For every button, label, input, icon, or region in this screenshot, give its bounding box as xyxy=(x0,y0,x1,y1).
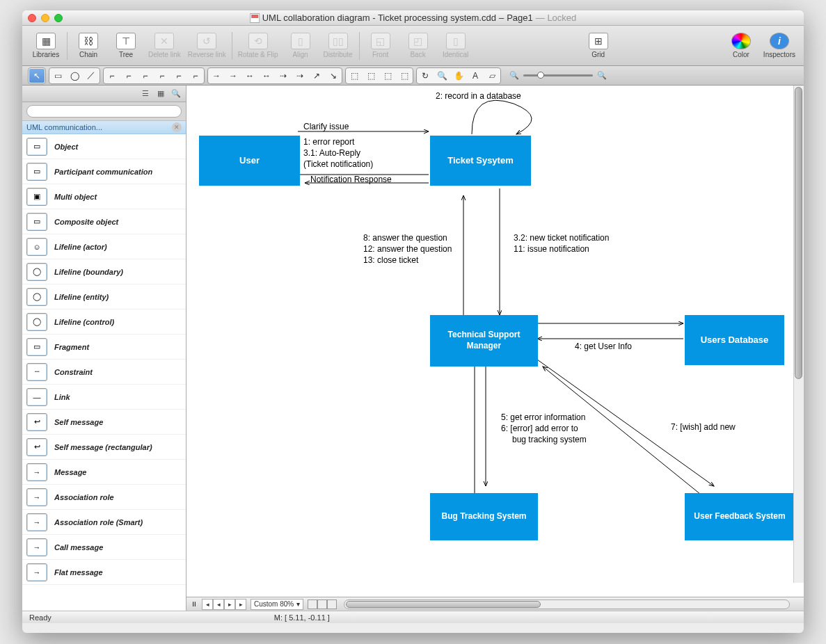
next-page-button[interactable]: ▸ xyxy=(224,599,235,610)
shape-item[interactable]: ┄Constraint xyxy=(22,360,186,385)
shape-item[interactable]: →Association role (Smart) xyxy=(22,510,186,535)
back-button[interactable]: ◰Back xyxy=(403,33,434,58)
rect-tool[interactable]: ▭ xyxy=(50,69,65,83)
hand-tool[interactable]: ✋ xyxy=(451,69,466,83)
search-input[interactable] xyxy=(26,105,182,118)
horizontal-scrollbar[interactable] xyxy=(344,599,790,609)
panel-toggle-icon[interactable]: ☰ xyxy=(138,88,152,100)
node-tsm[interactable]: Technical Support Manager xyxy=(430,315,538,367)
minimize-button[interactable] xyxy=(41,14,49,22)
shape-label: Flat message xyxy=(54,568,103,577)
arrow-6[interactable]: ⇢ xyxy=(292,69,308,83)
connector-1[interactable]: ⌐ xyxy=(104,69,120,83)
shape-item[interactable]: ◯Lifeline (entity) xyxy=(22,284,186,309)
prev-page-button[interactable]: ◂ xyxy=(213,599,224,610)
zoom-tool[interactable]: 🔍 xyxy=(434,69,450,83)
arrow-3[interactable]: ↔ xyxy=(242,69,257,83)
connector-6[interactable]: ⌐ xyxy=(188,69,203,83)
reverse-link-button[interactable]: ↺Reverse link xyxy=(188,33,226,58)
color-button[interactable]: Color xyxy=(726,33,756,58)
node-bug[interactable]: Bug Tracking System xyxy=(430,493,538,540)
library-title[interactable]: UML communication... ✕ xyxy=(22,120,186,134)
ruler-tool[interactable]: ▱ xyxy=(484,69,500,83)
distribute-button[interactable]: ▯▯Distribute xyxy=(323,33,354,58)
shape-thumb-icon: — xyxy=(26,388,47,406)
statusbar: Ready M: [ 5.11, -0.11 ] xyxy=(22,611,804,623)
shape-item[interactable]: ↩Self message xyxy=(22,410,186,435)
shape-item[interactable]: →Call message xyxy=(22,535,186,560)
shape-item[interactable]: ▭Participant communication xyxy=(22,159,186,184)
connector-2[interactable]: ⌐ xyxy=(121,69,136,83)
inspectors-button[interactable]: iInspectors xyxy=(763,33,795,58)
panel-grid-icon[interactable]: ▦ xyxy=(154,88,168,100)
shape-item[interactable]: —Link xyxy=(22,385,186,410)
node-feedback[interactable]: User Feedback System xyxy=(685,493,795,540)
shape-item[interactable]: ▣Multi object xyxy=(22,184,186,209)
align-button[interactable]: ▯Align xyxy=(285,33,316,58)
line-tool[interactable]: ／ xyxy=(84,69,99,83)
shape-item[interactable]: ↩Self message (rectangular) xyxy=(22,435,186,460)
shape-item[interactable]: ☺Lifeline (actor) xyxy=(22,234,186,259)
zoom-select[interactable]: Custom 80%▾ xyxy=(251,599,303,610)
node-usersdb[interactable]: Users Database xyxy=(685,315,784,365)
zoom-in-icon[interactable]: 🔍 xyxy=(597,71,607,80)
group-4[interactable]: ⬚ xyxy=(397,69,412,83)
shape-label: Message xyxy=(54,468,86,476)
shape-item[interactable]: →Association role xyxy=(22,485,186,510)
shape-thumb-icon: ☺ xyxy=(26,238,47,256)
maximize-button[interactable] xyxy=(54,14,63,22)
node-ticket[interactable]: Ticket Sysytem xyxy=(430,136,531,186)
ellipse-tool[interactable]: ◯ xyxy=(67,69,82,83)
shape-item[interactable]: ◯Lifeline (boundary) xyxy=(22,259,186,284)
group-1[interactable]: ⬚ xyxy=(347,69,362,83)
pause-icon[interactable]: ⏸ xyxy=(191,600,198,608)
zoom-slider[interactable]: 🔍 🔍 xyxy=(509,71,607,80)
page-tabs[interactable] xyxy=(308,599,337,609)
shape-item[interactable]: ▭Object xyxy=(22,134,186,159)
canvas[interactable]: User Ticket Sysytem Technical Support Ma… xyxy=(186,86,804,597)
shape-item[interactable]: ◯Lifeline (control) xyxy=(22,309,186,335)
arrow-4[interactable]: ↔ xyxy=(259,69,274,83)
shape-item[interactable]: →Flat message xyxy=(22,560,186,585)
arrow-7[interactable]: ↗ xyxy=(309,69,324,83)
shape-item[interactable]: ▭Fragment xyxy=(22,335,186,360)
group-3[interactable]: ⬚ xyxy=(380,69,395,83)
main-area: ☰ ▦ 🔍 UML communication... ✕ ▭Object▭Par… xyxy=(22,86,804,611)
label-nr: Notification Response xyxy=(310,175,392,184)
rotate-flip-button[interactable]: ⟲Rotate & Flip xyxy=(238,33,278,58)
last-page-button[interactable]: ▸ xyxy=(235,599,246,610)
shape-thumb-icon: → xyxy=(26,488,47,506)
node-user[interactable]: User xyxy=(199,136,300,186)
close-library-icon[interactable]: ✕ xyxy=(172,122,182,132)
zoom-out-icon[interactable]: 🔍 xyxy=(509,71,519,80)
front-button[interactable]: ◱Front xyxy=(365,33,396,58)
text-tool[interactable]: A xyxy=(468,69,483,83)
rotate-tool[interactable]: ↻ xyxy=(418,69,433,83)
label-4: 4: get User Info xyxy=(575,341,632,351)
libraries-button[interactable]: ▦Libraries xyxy=(31,33,61,58)
arrow-2[interactable]: → xyxy=(225,69,241,83)
panel-search-icon[interactable]: 🔍 xyxy=(169,88,183,100)
arrow-1[interactable]: → xyxy=(209,69,224,83)
shape-list: ▭Object▭Participant communication▣Multi … xyxy=(22,134,186,611)
shape-item[interactable]: ▭Composite object xyxy=(22,209,186,234)
pointer-tool[interactable]: ↖ xyxy=(29,69,45,83)
identical-button[interactable]: ▯Identical xyxy=(440,33,471,58)
sidebar-header: ☰ ▦ 🔍 xyxy=(22,86,186,102)
label-6b: bug tracking system xyxy=(512,435,587,444)
chain-button[interactable]: ⛓Chain xyxy=(73,33,104,58)
first-page-button[interactable]: ◂ xyxy=(202,599,213,610)
grid-button[interactable]: ⊞Grid xyxy=(583,33,614,58)
shape-label: Link xyxy=(54,393,70,401)
arrow-8[interactable]: ↘ xyxy=(326,69,341,83)
shape-item[interactable]: →Message xyxy=(22,460,186,485)
vertical-scrollbar[interactable] xyxy=(793,86,804,583)
tree-button[interactable]: ⊤Tree xyxy=(111,33,141,58)
close-button[interactable] xyxy=(28,14,36,22)
connector-5[interactable]: ⌐ xyxy=(171,69,186,83)
connector-3[interactable]: ⌐ xyxy=(138,69,153,83)
group-2[interactable]: ⬚ xyxy=(363,69,379,83)
connector-4[interactable]: ⌐ xyxy=(154,69,170,83)
delete-link-button[interactable]: ✕Delete link xyxy=(148,33,181,58)
arrow-5[interactable]: ⇢ xyxy=(276,69,291,83)
